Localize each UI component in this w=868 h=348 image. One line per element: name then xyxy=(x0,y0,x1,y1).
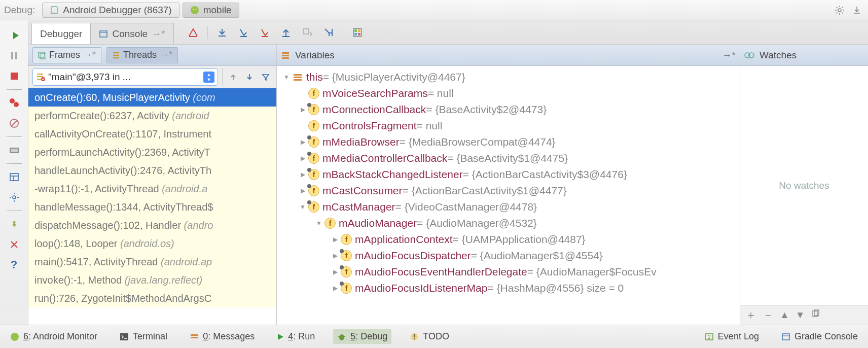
svg-point-54 xyxy=(307,103,311,107)
stack-frame[interactable]: handleLaunchActivity():2476, ActivityTh xyxy=(28,161,276,180)
svg-point-62 xyxy=(340,282,344,286)
messages-icon xyxy=(190,333,199,341)
field-icon: f xyxy=(308,201,319,213)
tab-debugger[interactable]: Debugger xyxy=(31,23,91,44)
add-watch-button[interactable]: ＋ xyxy=(745,307,756,323)
svg-rect-14 xyxy=(11,52,13,59)
copy-watch-button[interactable] xyxy=(811,309,820,321)
frames-icon xyxy=(38,51,46,59)
next-frame-button[interactable] xyxy=(243,71,256,84)
svg-rect-31 xyxy=(100,31,107,37)
stack-frame[interactable]: invoke():-1, Method (java.lang.reflect) xyxy=(28,271,276,289)
breakpoints-button[interactable] xyxy=(5,94,23,112)
variable-node[interactable]: ▶fmBackStackChangedListener = {ActionBar… xyxy=(277,166,740,183)
prev-frame-button[interactable] xyxy=(227,71,240,84)
watches-toolbar: ＋ － ▲ ▼ xyxy=(740,305,868,325)
svg-rect-38 xyxy=(304,29,309,34)
step-out-button[interactable] xyxy=(279,25,293,40)
svg-point-4 xyxy=(195,9,196,10)
chevron-updown-icon[interactable]: ▲▼ xyxy=(203,72,214,83)
pin-button[interactable] xyxy=(5,215,23,233)
variables-tree[interactable]: ▼this = {MusicPlayerActivity@4467}fmVoic… xyxy=(277,66,740,325)
tab-console[interactable]: Console →* xyxy=(90,23,173,44)
toolwindow-eventlog[interactable]: 2Event Log xyxy=(701,329,763,344)
remove-watch-button[interactable]: － xyxy=(763,307,774,323)
stack-frame[interactable]: callActivityOnCreate():1107, Instrument xyxy=(28,125,276,143)
toolwindow-run[interactable]: 4: Run xyxy=(273,329,319,344)
subtab-label: Frames xyxy=(49,50,80,60)
expand-icon[interactable]: ▼ xyxy=(313,216,324,231)
stack-frame[interactable]: onCreate():60, MusicPlayerActivity (com xyxy=(28,88,276,107)
show-ex-point-button[interactable] xyxy=(186,25,200,40)
toolwindow-label: 5: Debug xyxy=(350,331,387,342)
toolwindow-todo[interactable]: TODO xyxy=(406,329,453,344)
variable-value: = {ActionBarCastActivity$3@4476} xyxy=(463,167,627,182)
filter-button[interactable] xyxy=(259,71,272,84)
toolwindow-bug[interactable]: 5: Debug xyxy=(333,329,391,344)
stop-button[interactable] xyxy=(5,67,23,85)
svg-line-11 xyxy=(842,12,843,13)
run-to-cursor-button[interactable] xyxy=(321,25,336,40)
download-icon[interactable] xyxy=(850,3,864,17)
variable-node[interactable]: fmControlsFragment = null xyxy=(277,118,740,134)
stack-frame[interactable]: performLaunchActivity():2369, ActivityT xyxy=(28,143,276,161)
expand-icon[interactable]: ▼ xyxy=(281,69,292,85)
variable-node[interactable]: ▶fmMediaControllerCallback = {BaseActivi… xyxy=(277,150,740,166)
dump-threads-button[interactable] xyxy=(5,141,23,159)
runconfig-tab-mobile[interactable]: mobile xyxy=(183,3,239,18)
variable-node[interactable]: ▶fmCastConsumer = {ActionBarCastActivity… xyxy=(277,183,740,199)
run-icon xyxy=(277,333,284,340)
watches-header: Watches xyxy=(740,45,868,66)
stack-frame[interactable]: loop():148, Looper (android.os) xyxy=(28,234,276,253)
thread-selector[interactable]: "main"@3,973 in ... ▲▼ xyxy=(32,68,218,86)
variable-node[interactable]: ▶fmAudioFocusIdListenerMap = {HashMap@45… xyxy=(277,280,740,296)
help-button[interactable]: ? xyxy=(5,256,23,274)
step-over-button[interactable] xyxy=(215,25,229,40)
variable-node[interactable]: ▼fmCastManager = {VideoCastManager@4478} xyxy=(277,199,740,215)
variable-node[interactable]: ▼this = {MusicPlayerActivity@4467} xyxy=(277,69,740,85)
svg-point-67 xyxy=(11,333,19,341)
stack-frame[interactable]: -wrap11():-1, ActivityThread (android.a xyxy=(28,180,276,198)
svg-rect-0 xyxy=(51,7,57,14)
force-step-into-button[interactable] xyxy=(258,25,272,40)
stack-frame[interactable]: main():5417, ActivityThread (android.ap xyxy=(28,253,276,271)
pause-button[interactable] xyxy=(5,47,23,65)
variable-name: mAudioFocusDispatcher xyxy=(355,248,471,263)
svg-line-73 xyxy=(344,336,345,337)
field-icon: f xyxy=(341,234,352,245)
toolwindow-gradle[interactable]: Gradle Console xyxy=(777,329,862,344)
close-button[interactable] xyxy=(5,235,23,254)
stack-frame[interactable]: run():726, ZygoteInit$MethodAndArgsC xyxy=(28,289,276,307)
restore-layout-button[interactable] xyxy=(5,168,23,186)
toolwindow-android[interactable]: 6: Android Monitor xyxy=(6,329,101,344)
pin-right-icon[interactable]: →* xyxy=(722,50,736,61)
drop-frame-button[interactable] xyxy=(300,25,314,40)
variable-node[interactable]: ▶fmAudioFocusDispatcher = {AudioManager$… xyxy=(277,248,740,264)
subtab-threads[interactable]: Threads →* xyxy=(106,47,178,63)
move-up-button[interactable]: ▲ xyxy=(780,309,789,321)
watches-empty-label: No watches xyxy=(779,180,829,191)
variable-node[interactable]: ▶fmAudioFocusEventHandlerDelegate = {Aud… xyxy=(277,264,740,280)
expand-icon[interactable]: ▶ xyxy=(330,232,341,247)
evaluate-button[interactable] xyxy=(350,25,365,40)
resume-button[interactable] xyxy=(5,26,23,45)
variable-node[interactable]: ▶fmConnectionCallback = {BaseActivity$2@… xyxy=(277,101,740,118)
step-into-button[interactable] xyxy=(236,25,250,40)
runconfig-tab-android[interactable]: Android Debugger (8637) xyxy=(42,3,179,18)
move-down-button[interactable]: ▼ xyxy=(795,309,805,321)
gear-icon[interactable] xyxy=(833,3,847,17)
toolwindow-messages[interactable]: 0: Messages xyxy=(186,329,259,344)
stack-frame[interactable]: performCreate():6237, Activity (android xyxy=(28,107,276,125)
svg-rect-51 xyxy=(294,74,302,76)
variable-node[interactable]: fmVoiceSearchParams = null xyxy=(277,85,740,101)
mute-breakpoints-button[interactable] xyxy=(5,114,23,132)
stack-frame[interactable]: handleMessage():1344, ActivityThread$ xyxy=(28,198,276,216)
settings-button[interactable] xyxy=(5,188,23,206)
variable-node[interactable]: ▶fmApplicationContext = {UAMPApplication… xyxy=(277,231,740,248)
variable-node[interactable]: ▼fmAudioManager = {AudioManager@4532} xyxy=(277,215,740,231)
frames-list[interactable]: onCreate():60, MusicPlayerActivity (comp… xyxy=(28,88,276,325)
stack-frame[interactable]: dispatchMessage():102, Handler (andro xyxy=(28,216,276,234)
subtab-frames[interactable]: Frames →* xyxy=(32,47,101,63)
variable-node[interactable]: ▶fmMediaBrowser = {MediaBrowserCompat@44… xyxy=(277,134,740,150)
toolwindow-terminal[interactable]: Terminal xyxy=(116,329,171,344)
